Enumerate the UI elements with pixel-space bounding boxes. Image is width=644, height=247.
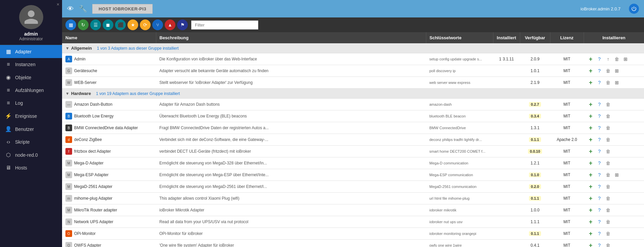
delete-button[interactable]: 🗑	[604, 171, 612, 179]
help-button[interactable]: ?	[596, 230, 603, 237]
more-button[interactable]: ⊞	[613, 171, 621, 179]
delete-button[interactable]: 🗑	[604, 218, 612, 226]
install-add-button[interactable]: +	[587, 101, 594, 108]
delete-button[interactable]: 🗑	[604, 124, 612, 132]
delete-button[interactable]: 🗑	[604, 195, 612, 202]
help-button[interactable]: ?	[596, 55, 603, 63]
delete-button[interactable]: 🗑	[604, 79, 612, 86]
sidebar-item-log[interactable]: ≡ Log	[0, 97, 62, 109]
delete-button[interactable]: 🗑	[604, 101, 612, 108]
install-add-button[interactable]: +	[587, 136, 594, 143]
col-available: Verfügbar	[520, 32, 550, 43]
help-button[interactable]: ?	[596, 148, 603, 155]
delete-button[interactable]: 🗑	[604, 136, 612, 143]
help-button[interactable]: ?	[596, 79, 603, 86]
delete-button[interactable]: 🗑	[604, 230, 612, 237]
tool-icon[interactable]: 🔧	[79, 5, 87, 13]
installed-cell	[493, 157, 520, 169]
sidebar-header: × admin Administrator	[0, 0, 62, 45]
sidebar-item-ereignisse[interactable]: ⚡ Ereignisse	[0, 109, 62, 122]
delete-button[interactable]: 🗑	[604, 242, 612, 247]
upload-button[interactable]: ▲	[165, 19, 175, 30]
install-add-button[interactable]: +	[587, 171, 594, 179]
host-button[interactable]: HOST IOBROKER-PI3	[92, 4, 153, 14]
sidebar-item-hosts[interactable]: 🖥 Hosts	[0, 161, 62, 174]
help-button[interactable]: ?	[596, 218, 603, 226]
sidebar-item-benutzer[interactable]: 👤 Benutzer	[0, 122, 62, 136]
license-cell: MIT	[550, 193, 584, 204]
help-button[interactable]: ?	[596, 171, 603, 179]
screen-button[interactable]: ⬛	[115, 19, 126, 30]
description-text: This adapter allows control Xiaomi Plug …	[159, 196, 239, 201]
install-add-button[interactable]: +	[587, 230, 594, 237]
delete-button[interactable]: 🗑	[604, 67, 612, 75]
stop-button[interactable]: ◼	[103, 19, 113, 30]
install-add-button[interactable]: +	[587, 112, 594, 120]
help-button[interactable]: ?	[596, 101, 603, 108]
sidebar-item-skripte[interactable]: ‹› Skripte	[0, 136, 62, 148]
help-button[interactable]: ?	[596, 183, 603, 190]
more-button[interactable]: ⊞	[613, 67, 621, 75]
install-add-button[interactable]: +	[587, 206, 594, 214]
delete-button[interactable]: 🗑	[604, 159, 612, 167]
upgrade-button[interactable]: ↑	[604, 55, 612, 63]
install-add-button[interactable]: +	[587, 183, 594, 190]
more-button[interactable]: ⊞	[622, 55, 629, 63]
install-add-button[interactable]: +	[587, 124, 594, 132]
help-button[interactable]: ?	[596, 206, 603, 214]
install-add-button[interactable]: +	[587, 79, 594, 86]
close-icon[interactable]: ×	[57, 2, 59, 7]
install-add-button[interactable]: +	[587, 242, 594, 247]
role-label: Administrator	[19, 37, 43, 41]
eye-icon[interactable]: 👁	[67, 5, 74, 13]
group-expand-icon[interactable]: ▼	[65, 46, 69, 51]
install-add-button[interactable]: +	[587, 195, 594, 202]
delete-button[interactable]: 🗑	[613, 55, 621, 63]
table-row: B BMW ConnectedDrive data Adapter Fragt …	[62, 122, 644, 134]
group-expand-icon[interactable]: ▼	[65, 91, 69, 96]
install-add-button[interactable]: +	[587, 55, 594, 63]
help-button[interactable]: ?	[596, 159, 603, 167]
delete-button[interactable]: 🗑	[604, 206, 612, 214]
install-add-button[interactable]: +	[587, 218, 594, 226]
help-button[interactable]: ?	[596, 242, 603, 247]
sidebar-item-node-red[interactable]: ⬡ node-red.0	[0, 148, 62, 161]
power-button[interactable]	[629, 4, 639, 14]
github-button[interactable]: ⑂	[152, 19, 163, 30]
install-add-button[interactable]: +	[587, 148, 594, 155]
filter-input[interactable]	[191, 20, 258, 30]
grid-view-button[interactable]: ▦	[65, 19, 76, 30]
adapter-name-cell: M MikroTik Router adapter	[62, 204, 156, 216]
help-button[interactable]: ?	[596, 124, 603, 132]
refresh-button[interactable]: ↻	[78, 19, 89, 30]
keywords-cell: iobroker mikrotik	[426, 204, 493, 216]
install-add-button[interactable]: +	[587, 159, 594, 167]
sync-button[interactable]: ⟳	[140, 19, 151, 30]
adapter-icon: M	[65, 160, 72, 166]
help-button[interactable]: ?	[596, 195, 603, 202]
sidebar-item-instanzen[interactable]: ≡ Instanzen	[0, 58, 62, 71]
installed-cell: 13.1.11	[493, 53, 520, 65]
delete-button[interactable]: 🗑	[604, 112, 612, 120]
adapter-name-cell: — Amazon Dash-Button	[62, 99, 156, 110]
adapter-icon: M	[65, 207, 72, 213]
flag-button[interactable]: ⚑	[177, 19, 188, 30]
sidebar-item-aufzaehlungen[interactable]: ≡ Aufzählungen	[0, 84, 62, 97]
help-button[interactable]: ?	[596, 112, 603, 120]
sidebar-item-objekte[interactable]: ◉ Objekte	[0, 71, 62, 84]
delete-button[interactable]: 🗑	[604, 183, 612, 190]
skripte-icon: ‹›	[5, 139, 12, 145]
adapter-table: Name Beschreibung Schlüsselworte Install…	[62, 32, 644, 247]
list-button[interactable]: ☰	[90, 19, 101, 30]
help-button[interactable]: ?	[596, 67, 603, 75]
description-text: Überwacht Bluetooth Low Energy (BLE) bea…	[159, 114, 247, 118]
delete-button[interactable]: 🗑	[604, 148, 612, 155]
install-add-button[interactable]: +	[587, 67, 594, 75]
more-button[interactable]: ⊞	[613, 79, 621, 86]
star-button[interactable]: ★	[127, 19, 138, 30]
help-button[interactable]: ?	[596, 136, 603, 143]
install-cell: +?🗑	[584, 228, 644, 240]
sidebar-item-adapter[interactable]: ▦ Adapter	[0, 45, 62, 58]
keywords-cell: amazon-dash	[426, 99, 493, 110]
adapter-icon: f	[65, 148, 72, 155]
